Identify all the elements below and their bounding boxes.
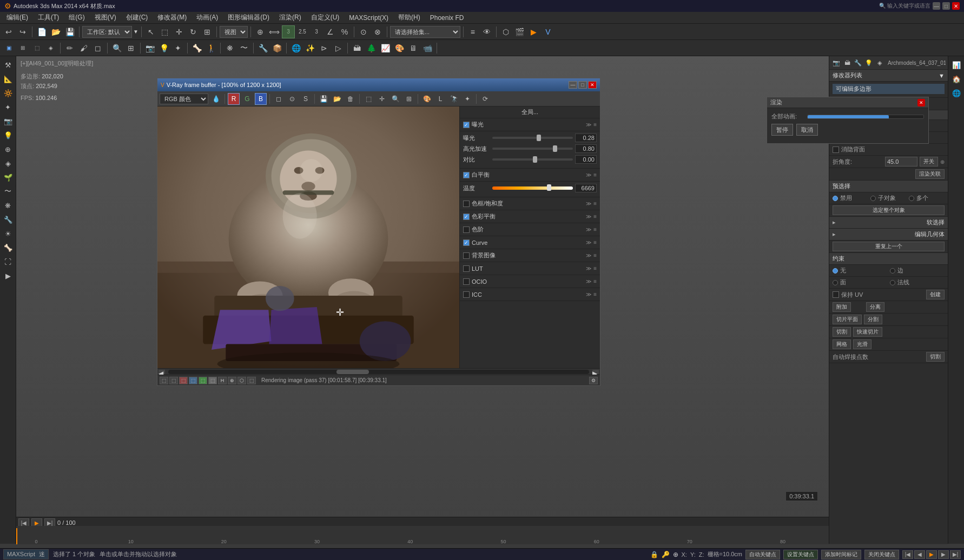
quick-slice-btn[interactable]: 快速切片 (853, 327, 882, 337)
pivot-icon[interactable]: ⊙ (357, 25, 370, 38)
expand-btn[interactable]: 渲染关联 (915, 169, 945, 179)
light-icon[interactable]: 💡 (157, 42, 170, 55)
key-icon[interactable]: 🔑 (662, 551, 670, 558)
add-key-btn[interactable]: 添加时间标记 (821, 550, 861, 559)
pb-play-btn[interactable]: ▶ (926, 550, 937, 559)
history-icon[interactable]: ⟳ (479, 93, 491, 105)
g-channel-btn[interactable]: G (241, 93, 253, 105)
highlight-thumb[interactable] (553, 145, 557, 152)
props-icon-5[interactable]: ◈ (875, 58, 884, 68)
angle-snap-icon[interactable]: ∠ (324, 25, 337, 38)
color-correct-icon[interactable]: 🎨 (421, 93, 433, 105)
props-icon-3[interactable]: 🔧 (853, 58, 863, 68)
left-icon-2[interactable]: 📐 (2, 72, 15, 85)
select-all-btn[interactable]: 选定整个对象 (833, 205, 945, 215)
menu-tools[interactable]: 工具(T) (34, 12, 63, 23)
load-image-icon[interactable]: 📂 (331, 93, 343, 105)
contrast-value-input[interactable] (575, 155, 597, 164)
left-icon[interactable]: ⬚ (30, 42, 43, 55)
scroll-thumb[interactable] (336, 370, 369, 374)
detach-btn[interactable]: 分离 (866, 302, 884, 312)
bg-image-menu-icon[interactable]: ≡ (593, 252, 597, 258)
snap3d-icon[interactable]: 3 (310, 25, 323, 38)
left-icon-10[interactable]: 〜 (2, 185, 15, 198)
right-icon-2[interactable]: 🏠 (950, 72, 963, 85)
scroll-track[interactable] (168, 370, 589, 374)
left-icon-13[interactable]: ☀ (2, 227, 15, 240)
pb-prev-btn[interactable]: ◀ (914, 550, 925, 559)
eyedropper-icon[interactable]: 💧 (210, 93, 222, 105)
icc-menu-icon[interactable]: ≡ (593, 291, 597, 297)
snap2d-icon[interactable]: 2.5 (296, 25, 309, 38)
left-icon-7[interactable]: ⊕ (2, 143, 15, 156)
r-channel-btn[interactable]: R (228, 93, 240, 105)
preserve-uv-checkbox[interactable] (833, 291, 839, 298)
left-icon-15[interactable]: ⛶ (2, 255, 15, 268)
workspace-dropdown[interactable]: 工作区: 默认 ▼ (82, 26, 138, 38)
right-icon-1[interactable]: 📊 (950, 58, 963, 71)
rotate-icon[interactable]: ↻ (187, 25, 200, 38)
props-icon-4[interactable]: 💡 (864, 58, 874, 68)
cut-btn[interactable]: 切割 (833, 327, 851, 337)
exposure-track[interactable] (492, 137, 573, 139)
color-sat-checkbox[interactable] (463, 201, 470, 207)
render-dialog-close-btn[interactable]: ✕ (917, 99, 925, 106)
menu-group[interactable]: 组(G) (64, 12, 89, 23)
close-btn[interactable]: ✕ (952, 2, 960, 10)
ocio-menu-icon[interactable]: ≡ (593, 278, 597, 284)
menu-view[interactable]: 视图(V) (90, 12, 121, 23)
slice-plane-btn[interactable]: 切片平面 (833, 315, 862, 324)
left-icon-5[interactable]: 📷 (2, 115, 15, 128)
repeat-last-btn[interactable]: 重复上一个 (833, 242, 945, 251)
curve-checkbox[interactable]: ✓ (463, 239, 470, 246)
gizmo-icon[interactable]: ⊕ (673, 551, 678, 558)
lock-icon[interactable]: 🔒 (650, 551, 658, 558)
particles-icon[interactable]: ❋ (223, 42, 236, 55)
anim-icon[interactable]: ▷ (332, 42, 345, 55)
editable-poly-entry[interactable]: 可编辑多边形 (833, 84, 945, 94)
track-view-icon[interactable]: 📈 (379, 42, 392, 55)
clear-icon[interactable]: 🗑 (345, 93, 356, 105)
vfb-status-settings-icon[interactable]: ⚙ (589, 377, 598, 384)
compare-icon[interactable]: ⊞ (403, 93, 415, 105)
props-icon-1[interactable]: 📷 (831, 58, 841, 68)
save-image-icon[interactable]: 💾 (318, 93, 329, 105)
wb-checkbox[interactable]: ✓ (463, 172, 470, 178)
vray-close-btn[interactable]: ✕ (588, 81, 597, 89)
b-channel-btn[interactable]: B (255, 93, 267, 105)
layer-icon[interactable]: ≡ (466, 25, 479, 38)
close-keys-btn[interactable]: 关闭关键点 (864, 550, 899, 559)
temperature-value-input[interactable] (575, 184, 597, 192)
bg-image-expand-icon[interactable]: ≫ (586, 252, 591, 258)
pixel-info-icon[interactable]: 🔍 (389, 93, 401, 105)
menu-edit[interactable]: 编辑(E) (2, 12, 32, 23)
spacewarp-icon[interactable]: 〜 (237, 42, 250, 55)
modifier-list-dropdown-icon[interactable]: ▼ (939, 72, 945, 79)
status-icon-4[interactable]: ⬚ (189, 377, 197, 384)
utility-icon[interactable]: 🔧 (256, 42, 269, 55)
menu-customize[interactable]: 自定义(U) (307, 12, 344, 23)
temperature-track[interactable] (492, 186, 573, 190)
top-icon[interactable]: ⊞ (16, 42, 29, 55)
menu-maxscript[interactable]: MAXScript(X) (345, 13, 393, 23)
hide-icon[interactable]: 👁 (480, 25, 493, 38)
lut-expand-icon[interactable]: ≫ (586, 265, 591, 271)
backface-checkbox[interactable] (833, 146, 839, 153)
color-channel-dropdown[interactable]: RGB 颜色 (160, 94, 208, 104)
color-balance-menu-icon[interactable]: ≡ (593, 214, 597, 219)
normal-constraint-radio[interactable] (890, 280, 895, 285)
render-icon[interactable]: ▶ (527, 25, 540, 38)
status-icon-5[interactable]: ⬚ (199, 377, 207, 384)
scroll-right-btn[interactable]: ▶ (592, 370, 599, 374)
env-icon[interactable]: 🌐 (289, 42, 302, 55)
menu-modifier[interactable]: 修改器(M) (153, 12, 191, 23)
status-icon-9[interactable]: ⬡ (237, 377, 246, 384)
status-icon-6[interactable]: ⬚ (208, 377, 217, 384)
ocio-checkbox[interactable] (463, 278, 470, 285)
wb-menu-icon[interactable]: ≡ (593, 172, 597, 178)
curve-menu-icon[interactable]: ≡ (593, 239, 597, 245)
align-icon[interactable]: ⊕ (254, 25, 267, 38)
front-icon[interactable]: ▣ (2, 42, 15, 55)
helpers-icon[interactable]: ✦ (171, 42, 184, 55)
auto-key-btn[interactable]: 自动关键点 (745, 550, 780, 559)
